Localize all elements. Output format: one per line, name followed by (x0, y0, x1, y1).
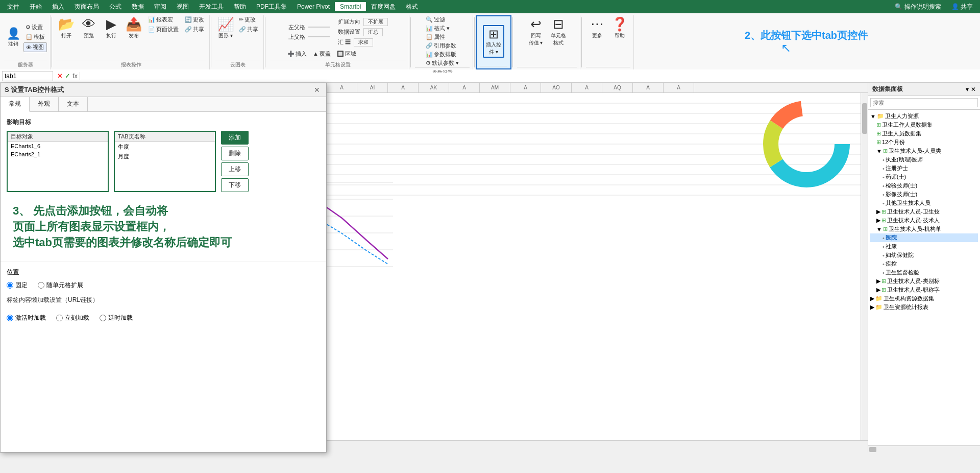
btn-share2[interactable]: 🔗 共享 (237, 25, 260, 34)
tree-pharmacist[interactable]: • 药师(士) (870, 173, 978, 181)
tree-licensed-doctor[interactable]: • 执业(助理)医师 (870, 155, 978, 164)
btn-cell-format[interactable]: ⊟ 单元格格式 (548, 15, 569, 48)
radio-expand[interactable]: 随单元格扩展 (38, 281, 83, 290)
btn-help[interactable]: ❓ 帮助 (609, 15, 630, 40)
formula-icon[interactable]: fx (72, 72, 78, 80)
btn-page-setup[interactable]: 📄 页面设置 (146, 25, 181, 34)
btn-top-parent[interactable]: 上父格 (285, 33, 332, 41)
vertical-scrollbar[interactable] (861, 93, 868, 440)
menu-view[interactable]: 视图 (172, 2, 194, 12)
btn-insert[interactable]: ➕ 插入 (285, 50, 309, 58)
radio-fixed-input[interactable] (7, 282, 13, 289)
menu-format[interactable]: 格式 (401, 2, 423, 12)
tree-tech-personnel[interactable]: ▼ ⊞ 卫生技术人员-人员类 (870, 147, 978, 155)
add-button[interactable]: 添加 (221, 131, 249, 145)
btn-view[interactable]: 👁 视图 (23, 42, 47, 52)
btn-change[interactable]: 🔄 更改 (183, 15, 206, 24)
btn-cover[interactable]: ▲ 覆盖 (311, 50, 333, 58)
aggregate-value[interactable]: 求和 (354, 38, 373, 46)
tree-title-label[interactable]: ▶ ⊞ 卫生技术人员-职称字 (870, 286, 978, 294)
btn-more[interactable]: ⋯ 更多 (587, 15, 607, 40)
expand-dir-value[interactable]: 不扩展 (363, 18, 388, 26)
col-a7[interactable]: A (510, 83, 541, 92)
radio-fixed[interactable]: 固定 (7, 281, 28, 290)
tree-cdc[interactable]: • 疾控 (870, 259, 978, 268)
data-setting-value[interactable]: 汇总 (363, 28, 383, 36)
col-am[interactable]: AM (480, 83, 510, 92)
btn-left-parent[interactable]: 左父格 (285, 23, 332, 32)
col-a6[interactable]: A (449, 83, 480, 92)
btn-report-macro[interactable]: 📊 报表宏 (146, 15, 181, 24)
tree-health-human[interactable]: ▼ 📁 卫生人力资源 (870, 112, 978, 121)
btn-template[interactable]: 📋 模板 (23, 33, 47, 41)
table-row-2-col2[interactable]: 月度 (115, 152, 215, 161)
col-a4[interactable]: A (327, 83, 357, 92)
tree-image-tech[interactable]: • 影像技师(士) (870, 190, 978, 199)
tree-tech-org[interactable]: ▼ ⊞ 卫生技术人员-机构单 (870, 225, 978, 233)
tree-type-label[interactable]: ▶ ⊞ 卫生技术人员-类别标 (870, 277, 978, 286)
radio-activate-input[interactable] (7, 315, 13, 321)
left-parent-select[interactable] (308, 27, 330, 28)
menu-baidu[interactable]: 百度网盘 (366, 2, 401, 12)
scrollbar-thumb[interactable] (862, 103, 867, 134)
menu-search[interactable]: 🔍 操作说明搜索 (890, 2, 946, 12)
menu-page-layout[interactable]: 页面布局 (69, 2, 104, 12)
btn-insert-control[interactable]: ⊞ 插入控件 ▾ (483, 25, 504, 58)
tree-institution[interactable]: ▶ 📁 卫生机构资源数据集 (870, 294, 978, 303)
btn-execute[interactable]: ▶ 执行 (101, 15, 121, 40)
btn-format-param[interactable]: 📊 格式 ▾ (424, 24, 461, 33)
btn-param-layout[interactable]: 📊 参数排版 (424, 50, 461, 59)
radio-immediate[interactable]: 立刻加载 (56, 314, 89, 322)
btn-share[interactable]: 🔗 共享 (183, 25, 206, 34)
menu-help[interactable]: 帮助 (229, 2, 251, 12)
radio-expand-input[interactable] (38, 282, 44, 289)
btn-filter[interactable]: 🔍 过滤 (424, 15, 461, 24)
col-a10[interactable]: A (664, 83, 694, 92)
tree-hospital[interactable]: • 医院 (870, 233, 978, 242)
btn-change2[interactable]: ✏ 更改 (237, 15, 260, 24)
btn-attribute[interactable]: 📋 属性 (424, 33, 461, 41)
btn-expand-dir[interactable]: 扩展方向 不扩展 (336, 17, 390, 27)
radio-delayed[interactable]: 延时加载 (100, 314, 133, 322)
move-up-button[interactable]: 上移 (221, 162, 249, 176)
formula-input[interactable] (82, 73, 978, 80)
table-row-1-col1[interactable]: ECharts1_6 (8, 142, 108, 150)
tree-tech-person[interactable]: ▶ ⊞ 卫生技术人员-技术人 (870, 216, 978, 225)
delete-button[interactable]: 删除 (221, 147, 249, 160)
menu-insert[interactable]: 插入 (47, 2, 69, 12)
table-row-2-col1[interactable]: ECharts2_1 (8, 150, 108, 158)
tree-community[interactable]: • 社康 (870, 242, 978, 251)
cancel-icon[interactable]: ✕ (57, 72, 63, 80)
menu-home[interactable]: 开始 (24, 2, 47, 12)
btn-writeback[interactable]: ↩ 回写传值 ▾ (526, 15, 546, 48)
radio-on-activate[interactable]: 激活时加载 (7, 314, 46, 322)
dialog-close-button[interactable]: ✕ (312, 86, 322, 94)
menu-share[interactable]: 👤 共享 (946, 2, 978, 12)
move-down-button[interactable]: 下移 (221, 178, 249, 192)
right-panel-expand-icon[interactable]: ▾ (966, 86, 969, 93)
table-row-1-col2[interactable]: 牛度 (115, 142, 215, 152)
col-ao[interactable]: AO (541, 83, 572, 92)
right-panel-search-input[interactable] (870, 98, 978, 107)
tree-worker-dataset[interactable]: ⊞ 卫生工作人员数据集 (870, 121, 978, 129)
dialog-tab-text[interactable]: 文本 (59, 97, 88, 111)
tree-stats-report[interactable]: ▶ 📁 卫生资源统计报表 (870, 303, 978, 312)
col-a5[interactable]: A (388, 83, 419, 92)
btn-publish[interactable]: 📤 发布 (124, 15, 144, 40)
menu-formula[interactable]: 公式 (104, 2, 127, 12)
col-a8[interactable]: A (572, 83, 602, 92)
btn-logout[interactable]: 👤 注销 (4, 27, 22, 49)
tree-nurse[interactable]: • 注册护士 (870, 164, 978, 173)
radio-delayed-input[interactable] (100, 315, 106, 321)
tree-tech-health[interactable]: ▶ ⊞ 卫生技术人员-卫生技 (870, 207, 978, 216)
h-scrollbar-thumb[interactable] (869, 447, 876, 452)
btn-settings[interactable]: ⚙ 设置 (23, 23, 47, 32)
tree-inspection[interactable]: • 卫生监督检验 (870, 268, 978, 277)
menu-file[interactable]: 文件 (2, 2, 24, 12)
dialog-tab-appearance[interactable]: 外观 (30, 97, 59, 111)
btn-ref-param[interactable]: 🔗 引用参数 (424, 41, 461, 50)
col-a9[interactable]: A (633, 83, 664, 92)
tree-other-tech[interactable]: • 其他卫生技术人员 (870, 199, 978, 207)
tree-lab-tech[interactable]: • 检验技师(士) (870, 181, 978, 190)
btn-chart[interactable]: 📈 图形 ▾ (215, 15, 236, 40)
